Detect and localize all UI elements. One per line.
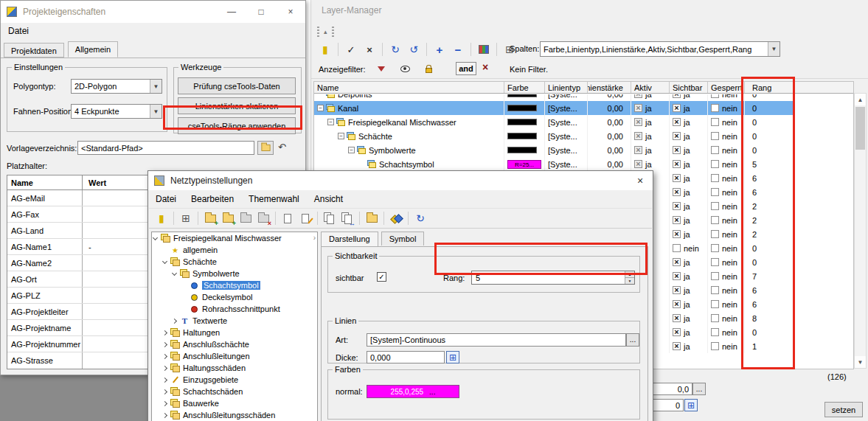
tree-item[interactable]: Anschlußschächte: [152, 338, 317, 350]
checkbox-icon[interactable]: [711, 286, 719, 294]
color-swatch[interactable]: R=25...: [507, 160, 541, 169]
tree-item[interactable]: Einzugsgebiete: [152, 374, 317, 386]
menu-ansicht[interactable]: Ansicht: [307, 194, 350, 204]
chevron-right-icon[interactable]: [162, 341, 167, 347]
checkbox-icon[interactable]: [711, 94, 719, 98]
pruefung-csetools-button[interactable]: Prüfung cseTools-Daten: [178, 77, 296, 94]
layer-row[interactable]: −Freispiegelkanal Mischwasser[Syste...0,…: [314, 115, 853, 129]
checkbox-icon[interactable]: [711, 188, 719, 196]
linienstaerken-skalieren-button[interactable]: Linienstärken skalieren: [178, 97, 296, 114]
coordinate-browse-button[interactable]: ...: [692, 383, 706, 395]
checkbox-icon[interactable]: [673, 244, 681, 252]
vorlageverzeichnis-input[interactable]: <Standard-Pfad>: [77, 141, 254, 155]
folder-new-icon[interactable]: +: [202, 211, 218, 226]
column-header-farbe[interactable]: Farbe: [504, 82, 545, 93]
chevron-down-icon[interactable]: [172, 270, 177, 275]
chevron-right-icon[interactable]: [162, 330, 167, 335]
tree-item[interactable]: Schächte: [152, 256, 317, 268]
checkbox-icon[interactable]: [673, 314, 681, 322]
expander-icon[interactable]: −: [348, 147, 355, 153]
folder-icon[interactable]: [237, 211, 254, 226]
tab-allgemein[interactable]: Allgemein: [68, 41, 118, 58]
folder-yellow-icon[interactable]: [364, 211, 380, 226]
color-bar-icon[interactable]: ▮: [317, 42, 333, 57]
fahnen-position-dropdown[interactable]: 4 Eckpunkte ▼: [71, 104, 162, 119]
grid-icon[interactable]: ⊞: [178, 211, 194, 226]
checkbox-icon[interactable]: [673, 188, 681, 196]
maximize-button[interactable]: □: [246, 7, 276, 17]
color-swatch[interactable]: [507, 147, 537, 153]
column-header-sichtbar[interactable]: Sichtbar: [670, 82, 708, 93]
checkbox-icon[interactable]: [711, 300, 719, 308]
remove-minus-icon[interactable]: −: [450, 42, 466, 57]
checkbox-icon[interactable]: [634, 146, 642, 154]
layer-row[interactable]: −Schächte[Syste...0,00jajanein0: [314, 129, 853, 143]
calculator-icon[interactable]: ⊞: [684, 399, 698, 411]
checkbox-icon[interactable]: [673, 132, 681, 140]
expander-icon[interactable]: −: [317, 105, 324, 111]
chevron-down-icon[interactable]: [153, 234, 158, 240]
paste-icon[interactable]: ↔: [339, 211, 355, 226]
refresh-icon[interactable]: ↻: [387, 42, 403, 57]
checkbox-icon[interactable]: [711, 272, 719, 280]
menu-datei[interactable]: Datei: [1, 26, 36, 36]
tree-item[interactable]: Textwerte: [152, 315, 317, 327]
chevron-right-icon[interactable]: [172, 318, 177, 323]
menu-themenwahl[interactable]: Themenwahl: [241, 194, 307, 204]
color-swatch[interactable]: [507, 94, 537, 97]
chevron-right-icon[interactable]: [162, 412, 167, 417]
vertical-scrollbar[interactable]: ▲ ▼: [854, 93, 867, 369]
checkbox-icon[interactable]: [673, 94, 681, 98]
discard-x-icon[interactable]: ×: [361, 42, 378, 57]
checkbox-icon[interactable]: [634, 118, 642, 126]
tab-projektdaten[interactable]: Projektdaten: [4, 43, 64, 58]
layer-row[interactable]: Defpoints[Syste...0,00jajanein0: [314, 94, 853, 101]
spin-down-icon[interactable]: ▼: [625, 278, 634, 284]
tree-item[interactable]: Rohrachsschnittpunkt: [152, 303, 317, 315]
splitter-collapse-icon[interactable]: ›: [313, 234, 316, 242]
checkbox-icon[interactable]: [634, 132, 642, 140]
checkbox-icon[interactable]: [673, 230, 681, 238]
checkbox-icon[interactable]: [711, 230, 719, 238]
normal-color-button[interactable]: 255,0,255 ...: [367, 385, 459, 398]
checkbox-icon[interactable]: [711, 118, 719, 126]
filter-funnel-icon[interactable]: [373, 61, 389, 76]
page-new-icon[interactable]: [280, 211, 296, 226]
chevron-right-icon[interactable]: [162, 365, 167, 370]
checkbox-icon[interactable]: [673, 272, 681, 280]
polygontyp-dropdown[interactable]: 2D-Polygon ▼: [71, 79, 162, 94]
scroll-up-icon[interactable]: ▲: [855, 94, 866, 105]
column-header-name[interactable]: Name: [314, 82, 504, 93]
checkbox-icon[interactable]: [673, 160, 681, 168]
checkbox-icon[interactable]: [711, 202, 719, 210]
checkbox-icon[interactable]: [673, 258, 681, 266]
tree-item[interactable]: Haltungen: [152, 327, 317, 338]
color-bar-icon[interactable]: ▮: [153, 211, 170, 226]
tree-item[interactable]: Schachtsymbol: [152, 279, 317, 291]
tree-item[interactable]: Anschlußleitungsschäden: [152, 409, 317, 421]
rang-spinbox[interactable]: 5 ▲ ▼: [471, 271, 635, 285]
checkbox-icon[interactable]: [673, 202, 681, 210]
checkbox-icon[interactable]: [634, 104, 642, 112]
scroll-down-icon[interactable]: ▼: [855, 356, 866, 368]
column-header-linientyp[interactable]: Linientyp: [545, 82, 588, 93]
checkbox-icon[interactable]: [711, 342, 719, 350]
scrollbar-thumb[interactable]: [855, 107, 865, 150]
tree-item[interactable]: Anschlußleitungen: [152, 350, 317, 362]
chevron-right-icon[interactable]: [162, 377, 167, 382]
checkbox-icon[interactable]: [711, 244, 719, 252]
column-header-name[interactable]: Name: [7, 175, 83, 189]
checkbox-icon[interactable]: [711, 132, 719, 140]
calculator-icon[interactable]: ⊞: [446, 351, 459, 363]
tree-item[interactable]: Symbolwerte: [152, 268, 317, 279]
checkbox-icon[interactable]: [634, 160, 642, 168]
toolbar-drag-handle[interactable]: ▴: [317, 27, 338, 37]
color-swatch[interactable]: [507, 105, 537, 111]
tree-item[interactable]: Deckelsymbol: [152, 291, 317, 303]
checkbox-icon[interactable]: [673, 216, 681, 224]
tab-darstellung[interactable]: Darstellung: [321, 232, 378, 246]
color-swatch[interactable]: [507, 119, 537, 125]
color-swatch[interactable]: [507, 133, 537, 139]
tree-item[interactable]: Bauwerke: [152, 397, 317, 409]
visibility-eye-icon[interactable]: [397, 61, 413, 76]
